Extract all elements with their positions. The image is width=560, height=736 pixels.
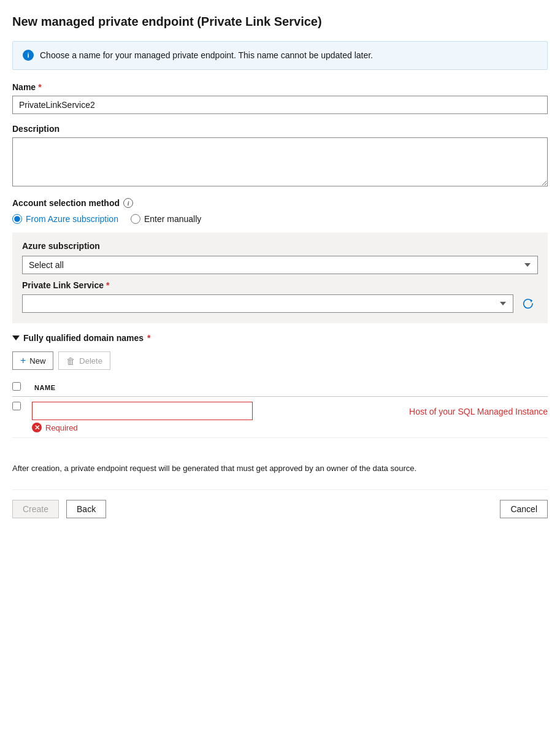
host-hint: Host of your SQL Managed Instance xyxy=(397,402,548,416)
description-label: Description xyxy=(12,124,548,134)
subscription-select-wrapper: Select all xyxy=(22,256,538,274)
radio-enter-manually[interactable]: Enter manually xyxy=(131,214,201,224)
page-title: New managed private endpoint (Private Li… xyxy=(12,15,548,29)
account-selection-section: Account selection method i From Azure su… xyxy=(12,198,548,323)
fqdn-input[interactable] xyxy=(32,402,253,420)
info-banner-text: Choose a name for your managed private e… xyxy=(40,49,373,62)
name-field-section: Name * xyxy=(12,82,548,114)
action-bar: Create Back Cancel xyxy=(12,489,548,518)
radio-from-azure-label: From Azure subscription xyxy=(26,214,118,224)
table-header-row: NAME xyxy=(12,378,548,397)
radio-enter-manually-input[interactable] xyxy=(131,214,140,224)
error-row: ✕ Required xyxy=(32,423,389,432)
cancel-button[interactable]: Cancel xyxy=(500,500,548,518)
radio-enter-manually-label: Enter manually xyxy=(144,214,201,224)
col-name-header: NAME xyxy=(32,384,56,391)
subscription-label: Azure subscription xyxy=(22,241,538,251)
pls-select-wrapper xyxy=(22,294,513,313)
pls-refresh-button[interactable] xyxy=(518,294,538,313)
fqdn-table: NAME ✕ Required Host of your SQL Managed… xyxy=(12,378,548,438)
radio-from-azure-input[interactable] xyxy=(12,214,22,224)
fqdn-required-star: * xyxy=(147,333,150,343)
fqdn-toolbar: + New 🗑 Delete xyxy=(12,351,548,370)
subscription-select[interactable]: Select all xyxy=(22,256,538,274)
plus-icon: + xyxy=(20,355,26,366)
info-icon: i xyxy=(23,50,34,61)
subscription-section: Azure subscription Select all Private Li… xyxy=(12,232,548,323)
radio-group: From Azure subscription Enter manually xyxy=(12,214,548,224)
new-button[interactable]: + New xyxy=(12,351,53,370)
create-button: Create xyxy=(12,500,59,518)
account-selection-info-icon[interactable]: i xyxy=(123,198,133,208)
account-selection-header: Account selection method i xyxy=(12,198,548,208)
fqdn-section-header: Fully qualified domain names * xyxy=(12,333,548,343)
name-input[interactable] xyxy=(12,96,548,114)
pls-label: Private Link Service * xyxy=(22,280,538,290)
header-checkbox[interactable] xyxy=(12,382,21,391)
info-banner: i Choose a name for your managed private… xyxy=(12,41,548,70)
description-field-section: Description xyxy=(12,124,548,188)
delete-icon: 🗑 xyxy=(66,356,75,366)
row-checkbox[interactable] xyxy=(12,402,21,410)
back-button[interactable]: Back xyxy=(66,500,106,518)
footer-text: After creation, a private endpoint reque… xyxy=(12,462,548,475)
delete-button: 🗑 Delete xyxy=(58,351,110,370)
refresh-icon xyxy=(523,298,534,309)
collapse-icon xyxy=(12,335,20,340)
description-input[interactable] xyxy=(12,137,548,186)
row-checkbox-cell xyxy=(12,402,25,412)
pls-select[interactable] xyxy=(22,294,513,313)
error-text: Required xyxy=(45,423,78,432)
fqdn-input-cell: ✕ Required xyxy=(32,402,389,432)
radio-from-azure[interactable]: From Azure subscription xyxy=(12,214,118,224)
header-checkbox-cell xyxy=(12,382,25,393)
pls-row xyxy=(22,294,538,313)
pls-required-star: * xyxy=(106,280,109,290)
name-label: Name * xyxy=(12,82,548,92)
pls-field-group: Private Link Service * xyxy=(22,280,538,313)
page-container: New managed private endpoint (Private Li… xyxy=(0,0,560,531)
error-icon: ✕ xyxy=(32,423,42,432)
fqdn-section: Fully qualified domain names * + New 🗑 D… xyxy=(12,333,548,438)
table-row: ✕ Required Host of your SQL Managed Inst… xyxy=(12,397,548,438)
name-required-star: * xyxy=(38,82,41,92)
